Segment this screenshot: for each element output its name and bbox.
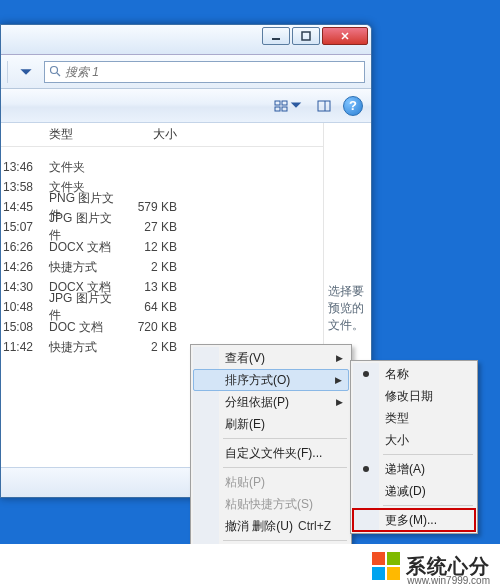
sort-submenu: 名称 修改日期 类型 大小 递增(A) 递减(D) 更多(M)... bbox=[350, 360, 478, 534]
menu-item-refresh[interactable]: 刷新(E) bbox=[193, 413, 349, 435]
list-row[interactable]: 15:08DOC 文档720 KB bbox=[1, 317, 323, 337]
svg-rect-5 bbox=[282, 101, 287, 105]
menu-separator bbox=[383, 505, 473, 506]
submenu-arrow-icon: ▶ bbox=[335, 375, 342, 385]
list-row[interactable]: 15:07JPG 图片文件27 KB bbox=[1, 217, 323, 237]
preview-pane-button[interactable] bbox=[311, 95, 337, 117]
menu-item-paste-shortcut: 粘贴快捷方式(S) bbox=[193, 493, 349, 515]
radio-dot-icon bbox=[363, 371, 369, 377]
windows-logo-icon bbox=[372, 552, 400, 580]
radio-dot-icon bbox=[363, 466, 369, 472]
col-header-type[interactable]: 类型 bbox=[45, 126, 117, 143]
svg-rect-7 bbox=[282, 107, 287, 111]
menu-item-group[interactable]: 分组依据(P)▶ bbox=[193, 391, 349, 413]
menu-separator bbox=[223, 438, 347, 439]
maximize-button[interactable] bbox=[292, 27, 320, 45]
sort-more[interactable]: 更多(M)... bbox=[353, 509, 475, 531]
title-bar bbox=[1, 25, 371, 55]
watermark-footer: 系统心分 www.win7999.com bbox=[0, 544, 500, 588]
menu-item-sort[interactable]: 排序方式(O)▶ bbox=[193, 369, 349, 391]
search-input[interactable] bbox=[65, 65, 360, 79]
menu-separator bbox=[383, 454, 473, 455]
toolbar: ? bbox=[1, 89, 371, 123]
list-row[interactable]: 13:46文件夹 bbox=[1, 157, 323, 177]
search-box[interactable] bbox=[44, 61, 365, 83]
minimize-button[interactable] bbox=[262, 27, 290, 45]
svg-rect-1 bbox=[302, 32, 310, 40]
nav-bar bbox=[1, 55, 371, 89]
submenu-arrow-icon: ▶ bbox=[336, 353, 343, 363]
menu-item-undo[interactable]: 撤消 删除(U)Ctrl+Z bbox=[193, 515, 349, 537]
menu-separator bbox=[223, 540, 347, 541]
close-button[interactable] bbox=[322, 27, 368, 45]
list-row[interactable]: 14:26快捷方式2 KB bbox=[1, 257, 323, 277]
list-body: 13:46文件夹 13:58文件夹 14:45PNG 图片文件579 KB 15… bbox=[1, 147, 323, 357]
dropdown-button[interactable] bbox=[14, 60, 38, 84]
svg-point-2 bbox=[51, 66, 58, 73]
list-row[interactable]: 16:26DOCX 文档12 KB bbox=[1, 237, 323, 257]
sort-by-type[interactable]: 类型 bbox=[353, 407, 475, 429]
nav-separator bbox=[7, 61, 8, 83]
menu-item-customize[interactable]: 自定义文件夹(F)... bbox=[193, 442, 349, 464]
list-header[interactable]: 类型 大小 bbox=[1, 123, 323, 147]
submenu-arrow-icon: ▶ bbox=[336, 397, 343, 407]
sort-by-date[interactable]: 修改日期 bbox=[353, 385, 475, 407]
keyboard-shortcut: Ctrl+Z bbox=[298, 519, 331, 533]
svg-rect-8 bbox=[318, 101, 330, 111]
svg-rect-6 bbox=[275, 107, 280, 111]
sort-ascending[interactable]: 递增(A) bbox=[353, 458, 475, 480]
col-header-size[interactable]: 大小 bbox=[117, 126, 197, 143]
sort-by-name[interactable]: 名称 bbox=[353, 363, 475, 385]
sort-descending[interactable]: 递减(D) bbox=[353, 480, 475, 502]
help-button[interactable]: ? bbox=[343, 96, 363, 116]
sort-by-size[interactable]: 大小 bbox=[353, 429, 475, 451]
menu-item-view[interactable]: 查看(V)▶ bbox=[193, 347, 349, 369]
menu-separator bbox=[223, 467, 347, 468]
svg-line-3 bbox=[57, 73, 60, 76]
svg-rect-4 bbox=[275, 101, 280, 105]
svg-rect-0 bbox=[272, 38, 280, 40]
watermark-url: www.win7999.com bbox=[407, 575, 490, 586]
view-mode-button[interactable] bbox=[271, 95, 305, 117]
list-row[interactable]: 10:48JPG 图片文件64 KB bbox=[1, 297, 323, 317]
menu-item-paste: 粘贴(P) bbox=[193, 471, 349, 493]
search-icon bbox=[49, 63, 61, 81]
